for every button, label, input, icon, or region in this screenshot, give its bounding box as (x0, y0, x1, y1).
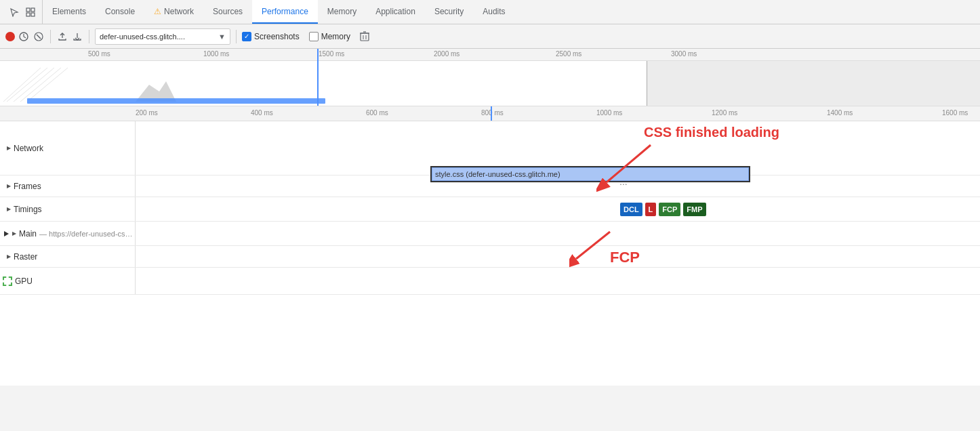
tab-security[interactable]: Security (425, 0, 473, 24)
network-row: ▶ Network style.css (defer-unused-css.gl… (0, 121, 980, 176)
gpu-label[interactable]: GPU (0, 268, 136, 294)
tab-network[interactable]: ⚠ Network (144, 0, 203, 24)
raster-row: ▶ Raster (0, 246, 980, 268)
refresh-record-button[interactable] (18, 30, 30, 43)
l-badge: L (645, 203, 657, 216)
frames-row: ▶ Frames (0, 176, 980, 197)
timings-row: ▶ Timings DCL L FCP FMP (0, 197, 980, 222)
separator-3 (236, 30, 237, 43)
screenshots-checkbox-label[interactable]: ✓ Screenshots (242, 32, 300, 41)
screenshots-checkbox[interactable]: ✓ (242, 32, 251, 41)
gpu-row: GPU (0, 268, 980, 295)
svg-line-6 (37, 35, 41, 39)
url-text: defer-unused-css.glitch.... (100, 33, 216, 41)
ruler-1600ms: 1600 ms (942, 109, 968, 117)
url-dropdown-arrow: ▼ (218, 33, 226, 41)
cursor-icon[interactable] (8, 6, 20, 18)
svg-rect-2 (26, 13, 30, 16)
tick-1500: 1500 ms (319, 50, 344, 58)
svg-rect-0 (26, 8, 30, 12)
selected-region (0, 61, 647, 106)
ruler-1000ms: 1000 ms (596, 109, 622, 117)
raster-label[interactable]: ▶ Raster (0, 246, 136, 267)
upload-button[interactable] (56, 30, 68, 43)
tab-audits[interactable]: Audits (473, 0, 514, 24)
network-expand-icon: ▶ (7, 145, 11, 151)
flame-ruler: 200 ms 400 ms 600 ms 800 ms 1000 ms 1200… (0, 106, 980, 121)
separator-1 (50, 30, 51, 43)
gpu-icon (3, 276, 12, 286)
main-label-text: Main (19, 229, 37, 239)
separator-2 (89, 30, 89, 43)
flame-body: ▶ Network style.css (defer-unused-css.gl… (0, 121, 980, 386)
tick-500: 500 ms (88, 50, 110, 58)
svg-rect-3 (31, 13, 35, 16)
tab-sources[interactable]: Sources (203, 0, 252, 24)
tab-performance[interactable]: Performance (252, 0, 318, 24)
unselected-region (647, 61, 980, 106)
frames-label[interactable]: ▶ Frames (0, 176, 136, 197)
svg-rect-1 (31, 8, 35, 12)
raster-expand-icon: ▶ (7, 253, 11, 260)
tab-application[interactable]: Application (366, 0, 425, 24)
ruler-1400ms: 1400 ms (827, 109, 853, 117)
ruler-400ms: 400 ms (251, 109, 273, 117)
memory-checkbox-label[interactable]: Memory (309, 32, 350, 41)
stop-button[interactable] (33, 30, 45, 43)
tick-2500: 2500 ms (556, 50, 581, 58)
main-play-icon[interactable] (0, 230, 12, 237)
ruler-1200ms: 1200 ms (712, 109, 737, 117)
ruler-200ms: 200 ms (136, 109, 158, 117)
tab-console[interactable]: Console (96, 0, 144, 24)
main-url: — https://defer-unused-css.glitch.me/ind… (39, 230, 135, 238)
timings-expand-icon: ▶ (7, 206, 11, 212)
inspect-icon[interactable] (24, 6, 37, 18)
devtools-icons (3, 0, 43, 24)
memory-checkbox[interactable] (309, 32, 319, 41)
record-button[interactable] (5, 32, 15, 41)
fcp-badge: FCP (659, 203, 680, 216)
flame-ruler-ticks: 200 ms 400 ms 600 ms 800 ms 1000 ms 1200… (136, 106, 980, 121)
timing-badges: DCL L FCP FMP (620, 203, 708, 216)
tick-2000: 2000 ms (434, 50, 460, 58)
svg-rect-7 (361, 33, 369, 41)
url-selector[interactable]: defer-unused-css.glitch.... ▼ (95, 28, 230, 45)
ruler-cursor (491, 106, 492, 121)
minimap-overview: 500 ms 1000 ms 1500 ms 2000 ms 2500 ms 3… (0, 49, 980, 106)
svg-marker-15 (4, 231, 9, 237)
timings-label[interactable]: ▶ Timings (0, 197, 136, 221)
warning-icon: ⚠ (154, 7, 161, 16)
ruler-600ms: 600 ms (366, 109, 388, 117)
tick-1000: 1000 ms (203, 50, 229, 58)
minimap-ruler: 500 ms 1000 ms 1500 ms 2000 ms 2500 ms 3… (0, 49, 980, 61)
frames-expand-icon: ▶ (7, 183, 11, 189)
clear-button[interactable] (359, 30, 371, 43)
playhead-cursor (317, 49, 319, 106)
tick-3000: 3000 ms (671, 50, 697, 58)
tab-memory[interactable]: Memory (318, 0, 366, 24)
download-button[interactable] (71, 30, 83, 43)
network-label[interactable]: ▶ Network (0, 121, 136, 175)
main-expand-icon: ▶ (12, 230, 16, 237)
main-label[interactable]: ▶ Main — https://defer-unused-css.glitch… (12, 222, 136, 245)
fmp-badge: FMP (683, 203, 706, 216)
main-row: ▶ Main — https://defer-unused-css.glitch… (0, 222, 980, 246)
dcl-badge: DCL (620, 203, 642, 216)
performance-toolbar: defer-unused-css.glitch.... ▼ ✓ Screensh… (0, 24, 980, 49)
tab-elements[interactable]: Elements (43, 0, 96, 24)
tab-bar: Elements Console ⚠ Network Sources Perfo… (0, 0, 980, 24)
ruler-800ms: 800 ms (481, 109, 504, 117)
